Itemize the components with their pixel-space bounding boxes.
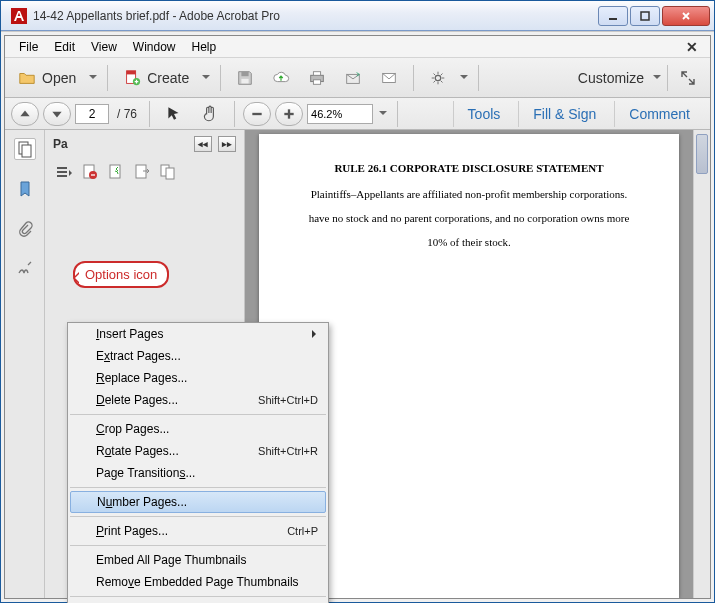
paperclip-icon [16, 220, 34, 238]
doc-p1: Plaintiffs–Appellants are affiliated non… [299, 188, 639, 200]
ctx-delete-pages[interactable]: Delete Pages...Shift+Ctrl+D [68, 389, 328, 411]
svg-rect-14 [252, 112, 261, 114]
menubar: File Edit View Window Help ✕ [5, 36, 710, 58]
ctx-page-transitions[interactable]: Page Transitions... [68, 462, 328, 484]
hand-tool[interactable] [194, 100, 226, 128]
page-down-button[interactable] [43, 102, 71, 126]
customize-label: Customize [578, 70, 644, 86]
menu-file[interactable]: File [11, 38, 46, 56]
rail-bookmarks[interactable] [14, 178, 36, 200]
ctx-extract-pages[interactable]: Extract Pages... [68, 345, 328, 367]
ctx-number-pages[interactable]: Number Pages... [70, 491, 326, 513]
svg-rect-7 [242, 78, 249, 83]
close-button[interactable] [662, 6, 710, 26]
panel-title: Pa [53, 137, 68, 151]
window-title: 14-42 Appellants brief.pdf - Adobe Acrob… [33, 9, 598, 23]
svg-rect-6 [242, 71, 249, 76]
rail-signatures[interactable] [14, 258, 36, 280]
expand-icon [679, 69, 697, 87]
svg-rect-2 [641, 12, 649, 20]
ctx-remove-embedded[interactable]: Remove Embedded Page Thumbnails [68, 571, 328, 593]
nav-rail [5, 130, 45, 598]
zoom-out-button[interactable] [243, 102, 271, 126]
open-dropdown[interactable] [87, 64, 99, 92]
panel-prev-button[interactable]: ◂◂ [194, 136, 212, 152]
annotation-callout: Options icon [73, 261, 169, 288]
ctx-crop-pages[interactable]: Crop Pages... [68, 418, 328, 440]
settings-dropdown[interactable] [458, 64, 470, 92]
close-document-button[interactable]: ✕ [680, 39, 704, 55]
doc-heading: RULE 26.1 CORPORATE DISCLOSURE STATEMENT [299, 162, 639, 174]
printer-icon [308, 69, 326, 87]
settings-button[interactable] [422, 64, 454, 92]
create-dropdown[interactable] [200, 64, 212, 92]
customize-button[interactable]: Customize [571, 64, 651, 92]
ctx-replace-pages[interactable]: Replace Pages... [68, 367, 328, 389]
options-icon[interactable] [55, 163, 73, 181]
svg-rect-20 [57, 171, 67, 173]
nav-toolbar: / 76 Tools Fill & Sign Comment [5, 98, 710, 130]
ctx-print-pages[interactable]: Print Pages...Ctrl+P [68, 520, 328, 542]
zoom-combo[interactable] [307, 104, 373, 124]
save-button[interactable] [229, 64, 261, 92]
ctx-insert-pages[interactable]: Insert Pages [68, 323, 328, 345]
maximize-button[interactable] [630, 6, 660, 26]
expand-button[interactable] [672, 64, 704, 92]
scrollbar-thumb[interactable] [696, 134, 708, 174]
email-button[interactable] [373, 64, 405, 92]
svg-rect-27 [166, 168, 174, 179]
customize-dropdown[interactable] [651, 64, 663, 92]
app-window: 14-42 Appellants brief.pdf - Adobe Acrob… [0, 0, 715, 603]
rail-attachments[interactable] [14, 218, 36, 240]
options-context-menu: Insert Pages Extract Pages... Replace Pa… [67, 322, 329, 603]
page-up-button[interactable] [11, 102, 39, 126]
rotate-page-icon[interactable] [107, 163, 125, 181]
page-total: / 76 [113, 107, 141, 121]
ctx-embed-thumbnails[interactable]: Embed All Page Thumbnails [68, 549, 328, 571]
menu-window[interactable]: Window [125, 38, 184, 56]
doc-p2: have no stock and no parent corporations… [299, 212, 639, 224]
envelope-icon [380, 69, 398, 87]
main-toolbar: Open Create Customize [5, 58, 710, 98]
select-tool[interactable] [158, 100, 190, 128]
plus-icon [282, 105, 296, 123]
share-button[interactable] [337, 64, 369, 92]
panel-next-button[interactable]: ▸▸ [218, 136, 236, 152]
tab-tools[interactable]: Tools [453, 101, 515, 127]
ctx-rotate-pages[interactable]: Rotate Pages...Shift+Ctrl+R [68, 440, 328, 462]
print-button[interactable] [301, 64, 333, 92]
menu-edit[interactable]: Edit [46, 38, 83, 56]
svg-rect-1 [609, 18, 617, 20]
open-button[interactable]: Open [11, 64, 83, 92]
doc-p3: 10% of their stock. [299, 236, 639, 248]
cloud-up-icon [272, 69, 290, 87]
menu-help[interactable]: Help [184, 38, 225, 56]
create-button[interactable]: Create [116, 64, 196, 92]
hand-icon [201, 105, 219, 123]
page-number-input[interactable] [75, 104, 109, 124]
delete-page-icon[interactable] [81, 163, 99, 181]
svg-rect-9 [314, 71, 321, 75]
vertical-scrollbar[interactable] [693, 130, 710, 598]
rail-thumbnails[interactable] [14, 138, 36, 160]
open-label: Open [42, 70, 76, 86]
arrow-down-icon [50, 105, 64, 123]
bookmark-icon [16, 180, 34, 198]
titlebar: 14-42 Appellants brief.pdf - Adobe Acrob… [1, 1, 714, 31]
minus-icon [250, 105, 264, 123]
replace-page-icon[interactable] [159, 163, 177, 181]
tab-fill-sign[interactable]: Fill & Sign [518, 101, 610, 127]
cloud-button[interactable] [265, 64, 297, 92]
thumb-toolbar [45, 158, 244, 186]
cursor-icon [165, 105, 183, 123]
zoom-dropdown[interactable] [377, 100, 389, 128]
menu-view[interactable]: View [83, 38, 125, 56]
minimize-button[interactable] [598, 6, 628, 26]
zoom-in-button[interactable] [275, 102, 303, 126]
svg-point-13 [436, 75, 441, 80]
app-icon [11, 8, 27, 24]
create-label: Create [147, 70, 189, 86]
extract-page-icon[interactable] [133, 163, 151, 181]
tab-comment[interactable]: Comment [614, 101, 704, 127]
svg-rect-21 [57, 175, 67, 177]
